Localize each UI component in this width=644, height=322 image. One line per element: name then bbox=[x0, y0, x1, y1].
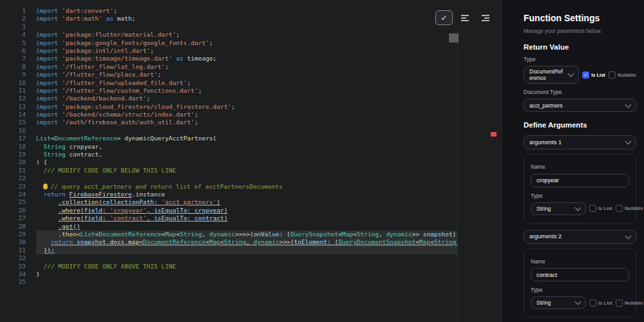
is-list-checkbox[interactable]: Is List bbox=[589, 299, 612, 307]
argument-name-input[interactable] bbox=[531, 268, 629, 281]
line-number: 33 bbox=[0, 263, 26, 270]
argument-type-select[interactable]: String bbox=[531, 296, 586, 309]
format-code-button[interactable] bbox=[456, 10, 473, 25]
checkbox-checked-icon: ✓ bbox=[582, 71, 589, 79]
code-text: import '/backend/backend.dart'; bbox=[36, 95, 457, 102]
argument-name-input[interactable] bbox=[531, 174, 629, 187]
code-line[interactable]: 6import 'package:intl/intl.dart'; bbox=[0, 47, 457, 55]
code-text: import '/flutter_flow/lat_lng.dart'; bbox=[36, 63, 457, 71]
line-number: 6 bbox=[0, 47, 26, 55]
code-line[interactable]: 16 bbox=[0, 127, 457, 135]
nullable-checkbox[interactable]: Nullable bbox=[616, 205, 643, 212]
return-value-heading: Return Value bbox=[524, 43, 636, 51]
line-number: 8 bbox=[0, 63, 26, 71]
code-line[interactable]: 10import '/flutter_flow/uploaded_file.da… bbox=[0, 79, 457, 87]
check-save-button[interactable]: ✓ bbox=[435, 10, 453, 25]
argument-header-select[interactable]: arguments 2 bbox=[524, 230, 636, 244]
code-line[interactable]: 4import 'package:flutter/material.dart'; bbox=[0, 31, 457, 39]
code-line[interactable]: 30 return snapshot.docs.map<DocumentRefe… bbox=[0, 238, 457, 246]
line-number: 7 bbox=[0, 55, 26, 62]
indent-code-button[interactable] bbox=[477, 10, 494, 25]
line-number: 31 bbox=[0, 247, 26, 254]
code-text: import 'package:timeago/timeago.dart' as… bbox=[36, 55, 457, 62]
code-line[interactable]: 7import 'package:timeago/timeago.dart' a… bbox=[0, 55, 457, 62]
checkbox-icon bbox=[609, 71, 616, 79]
code-line[interactable]: 19 String contract, bbox=[0, 151, 457, 158]
line-number: 25 bbox=[0, 198, 26, 206]
code-line[interactable]: 20) { bbox=[0, 158, 457, 166]
return-type-select[interactable]: DocumentReference bbox=[524, 66, 579, 84]
name-label: Name bbox=[531, 164, 629, 170]
minimap-slider[interactable] bbox=[449, 33, 459, 43]
code-line[interactable]: 9import '/flutter_flow/place.dart'; bbox=[0, 71, 457, 79]
code-text: } bbox=[36, 270, 457, 278]
argument-header-select[interactable]: arguments 1 bbox=[524, 135, 636, 149]
argument-header-label: arguments 2 bbox=[529, 233, 562, 240]
line-number: 22 bbox=[0, 175, 26, 182]
code-text: }); bbox=[36, 247, 457, 254]
code-line[interactable]: 24 return FirebaseFirestore.instance bbox=[0, 191, 457, 198]
code-line[interactable]: 13import 'package:cloud_firestore/cloud_… bbox=[0, 103, 457, 111]
document-type-select[interactable]: acct_partners bbox=[524, 99, 636, 112]
code-text: .collection(collectionPath: 'acct_partne… bbox=[36, 198, 457, 206]
document-type-label: Document Type bbox=[524, 89, 636, 95]
code-line[interactable]: 32 bbox=[0, 254, 457, 262]
lightbulb-icon[interactable] bbox=[43, 184, 48, 189]
code-line[interactable]: 2import 'dart:math' as math; bbox=[0, 15, 457, 23]
code-line[interactable]: 17List<DocumentReference> dynamicQueryAc… bbox=[0, 135, 457, 142]
is-list-checkbox[interactable]: Is List bbox=[589, 205, 612, 212]
code-line[interactable]: 28 .get() bbox=[0, 223, 457, 231]
code-line[interactable]: 26 .where(field: 'cropyear', isEqualTo: … bbox=[0, 207, 457, 214]
code-text bbox=[36, 254, 457, 262]
code-text bbox=[36, 175, 457, 182]
line-number: 23 bbox=[0, 183, 26, 191]
line-number: 30 bbox=[0, 238, 26, 246]
line-number: 5 bbox=[0, 39, 26, 47]
code-text: /// MODIFY CODE ONLY BELOW THIS LINE bbox=[36, 167, 457, 175]
code-text: return FirebaseFirestore.instance bbox=[36, 191, 457, 198]
chevron-down-icon bbox=[575, 204, 582, 211]
code-text: import '/flutter_flow/place.dart'; bbox=[36, 71, 457, 79]
code-line[interactable]: 23 // query acct_partners and return lis… bbox=[0, 183, 457, 191]
argument-type-select[interactable]: String bbox=[531, 202, 586, 215]
code-line[interactable]: 25 .collection(collectionPath: 'acct_par… bbox=[0, 198, 457, 206]
line-number: 13 bbox=[0, 103, 26, 111]
code-line[interactable]: 27 .where(field: 'contract', isEqualTo: … bbox=[0, 214, 457, 222]
code-line[interactable]: 31 }); bbox=[0, 247, 457, 254]
code-line[interactable]: 18 String cropyear, bbox=[0, 143, 457, 151]
code-line[interactable]: 21 /// MODIFY CODE ONLY BELOW THIS LINE bbox=[0, 167, 457, 175]
code-line[interactable]: 3 bbox=[0, 23, 457, 31]
code-line[interactable]: 5import 'package:google_fonts/google_fon… bbox=[0, 39, 457, 47]
code-line[interactable]: 34} bbox=[0, 270, 457, 278]
code-text: import 'package:google_fonts/google_font… bbox=[36, 39, 457, 47]
line-number: 17 bbox=[0, 135, 26, 142]
code-text: import 'package:flutter/material.dart'; bbox=[36, 31, 457, 39]
code-line[interactable]: 1import 'dart:convert'; bbox=[0, 7, 457, 15]
code-text: String cropyear, bbox=[36, 143, 457, 151]
line-number: 2 bbox=[0, 15, 26, 23]
chevron-down-icon bbox=[625, 232, 632, 239]
code-line[interactable]: 11import '/flutter_flow/custom_functions… bbox=[0, 87, 457, 95]
argument-section: arguments 2 Name Type String Is List bbox=[524, 230, 636, 318]
code-text: import 'package:cloud_firestore/cloud_fi… bbox=[36, 103, 457, 111]
check-icon: ✓ bbox=[440, 14, 447, 22]
is-list-checkbox[interactable]: ✓ Is List bbox=[582, 71, 605, 79]
line-number: 3 bbox=[0, 23, 26, 31]
code-line[interactable]: 35 bbox=[0, 278, 457, 286]
code-line[interactable]: 29 .then<List<DocumentReference<Map<Stri… bbox=[0, 231, 457, 238]
type-label: Type bbox=[531, 287, 629, 293]
return-type-value: DocumentReference bbox=[529, 68, 565, 81]
code-line[interactable]: 33 /// MODIFY CODE ONLY ABOVE THIS LINE bbox=[0, 263, 457, 270]
code-line[interactable]: 22 bbox=[0, 175, 457, 182]
code-line[interactable]: 15import '/auth/firebase_auth/auth_util.… bbox=[0, 118, 457, 126]
is-list-label: Is List bbox=[591, 72, 605, 78]
code-line[interactable]: 12import '/backend/backend.dart'; bbox=[0, 95, 457, 102]
nullable-checkbox[interactable]: Nullable bbox=[616, 299, 643, 307]
code-text bbox=[36, 127, 457, 135]
code-line[interactable]: 14import '/backend/schema/structs/index.… bbox=[0, 111, 457, 118]
nullable-checkbox[interactable]: Nullable bbox=[609, 71, 636, 79]
code-editor[interactable]: 1import 'dart:convert';2import 'dart:mat… bbox=[0, 0, 502, 322]
arguments-list: arguments 1 Name Type String Is List bbox=[524, 135, 636, 317]
code-line[interactable]: 8import '/flutter_flow/lat_lng.dart'; bbox=[0, 63, 457, 71]
code-lines[interactable]: 1import 'dart:convert';2import 'dart:mat… bbox=[0, 7, 457, 287]
